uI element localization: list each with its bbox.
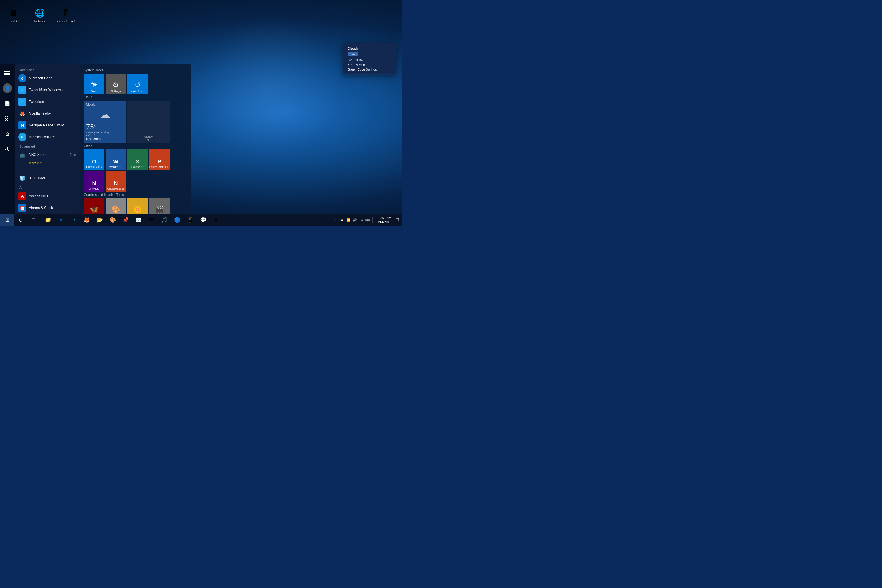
nbc-stars: ★★★☆☆ <box>18 161 42 164</box>
tweetium-icon: 🐦 <box>18 98 27 106</box>
tile-irfanview[interactable]: 🦋 IrfanView 64 4.42 <box>84 198 104 214</box>
app-tweetium[interactable]: 🐦 Tweetium <box>15 96 80 108</box>
taskbar-explorer2-icon: 📂 <box>96 217 103 223</box>
onenote2016-icon: N <box>114 180 118 187</box>
tray-show-hidden[interactable]: ^ <box>333 214 338 226</box>
tray-display[interactable]: 🖥 <box>358 214 364 226</box>
start-menu: 👤 📄 🖼 ⚙ ⏻ Most used e Microsoft Edge 🐦 T… <box>0 64 191 214</box>
tray-network[interactable]: 📶 <box>345 214 351 226</box>
taskbar-ie-icon: e <box>73 217 75 222</box>
tray-divider <box>372 217 373 223</box>
app-amazon[interactable]: 📦 Amazon <box>15 214 80 214</box>
office-label: Office <box>84 144 187 148</box>
3d-builder-icon: 🧊 <box>18 174 27 182</box>
settings-tile-icon: ⚙ <box>112 81 119 89</box>
taskbar-file-explorer[interactable]: 📁 <box>42 214 54 226</box>
tray-notification[interactable]: ☐ <box>394 214 400 226</box>
app-nbc[interactable]: 📺 NBC Sports Free ★★★☆☆ <box>15 149 80 166</box>
taskbar-task-view[interactable]: ❐ <box>27 214 40 226</box>
settings-left-icon[interactable]: ⚙ <box>1 128 14 141</box>
taskbar-divider1 <box>40 217 41 223</box>
tile-paintnet[interactable]: 🎨 paint.net <box>105 198 126 214</box>
app-alarms[interactable]: ⏰ Alarms & Clock <box>15 202 80 214</box>
taskbar-edge[interactable]: e <box>54 214 68 226</box>
tray-settings[interactable]: ⚙ <box>339 214 345 226</box>
taskbar-paint-icon: 🎨 <box>110 217 116 223</box>
system-clock[interactable]: 9:57 AM 9/14/2016 <box>375 216 394 224</box>
most-used-label: Most used <box>15 66 80 72</box>
app-nextgen[interactable]: N Nextgen Reader UWP <box>15 119 80 131</box>
taskbar-pin1[interactable]: 📌 <box>119 214 132 226</box>
photo-gallery-icon: 🌼 <box>133 206 142 214</box>
tooltip-link-row: Link <box>348 52 391 57</box>
firefox-icon: 🦊 <box>18 110 27 118</box>
hamburger-button[interactable] <box>0 67 14 80</box>
tile-powerpoint[interactable]: P PowerPoint 2016 <box>149 149 170 170</box>
start-windows-icon: ⊞ <box>5 217 9 223</box>
ie-icon: e <box>18 133 27 141</box>
excel-label: Excel 2016 <box>131 165 144 169</box>
tile-onenote[interactable]: N OneNote <box>84 171 104 192</box>
tile-store[interactable]: 🛍 Store <box>84 74 104 94</box>
tile-word[interactable]: W Word 2016 <box>105 149 126 170</box>
app-3dbuilder[interactable]: 🧊 3D Builder <box>15 172 80 184</box>
tooltip-location: Green Cove Springs <box>348 68 391 71</box>
update-label: Update & sec... <box>129 90 147 93</box>
taskbar-explorer2[interactable]: 📂 <box>93 214 106 226</box>
tile-onedrive[interactable]: Cloudy ☁ 75° Green Cove Springs 86° 71° … <box>84 100 126 143</box>
taskbar-phone[interactable]: 📱 <box>184 214 196 226</box>
tray-volume[interactable]: 🔊 <box>352 214 358 226</box>
taskbar-mail[interactable]: 📧 <box>132 214 145 226</box>
desktop-icon-network[interactable]: 🌐 Network <box>29 6 50 24</box>
tile-excel[interactable]: X Excel 2016 <box>127 149 148 170</box>
desktop-icons: 🖥 This PC 🌐 Network 🎛 Control Panel <box>3 6 76 24</box>
access-icon: A <box>18 192 27 200</box>
taskbar-music[interactable]: 🎵 <box>158 214 171 226</box>
taskbar-maps-icon: 🗺 <box>149 217 154 223</box>
tile-onenote2016[interactable]: N OneNote 2016 <box>105 171 126 192</box>
taskbar-maps[interactable]: 🗺 <box>145 214 158 226</box>
tray-keyboard[interactable]: ⌨ <box>365 214 371 226</box>
documents-icon[interactable]: 📄 <box>1 97 14 110</box>
search-icon: ⊙ <box>19 217 22 223</box>
start-button[interactable]: ⊞ <box>0 214 14 226</box>
desktop-icon-this-pc[interactable]: 🖥 This PC <box>3 6 24 24</box>
task-view-icon: ❐ <box>32 218 36 222</box>
weather-tooltip: Cloudy Link 86° 90% 71° 4 Mph Green Cove… <box>343 43 396 75</box>
taskbar-firefox[interactable]: 🦊 <box>80 214 93 226</box>
taskbar-skype[interactable]: 💬 <box>196 214 210 226</box>
app-firefox[interactable]: 🦊 Mozilla Firefox <box>15 108 80 119</box>
tile-update[interactable]: ↺ Update & sec... <box>127 74 148 94</box>
photos-icon[interactable]: 🖼 <box>1 112 14 125</box>
power-icon[interactable]: ⏻ <box>1 143 14 156</box>
tile-movie-maker[interactable]: 🎬 Movie Maker <box>149 198 170 214</box>
paintnet-icon: 🎨 <box>111 206 120 214</box>
app-edge[interactable]: e Microsoft Edge <box>15 72 80 84</box>
nbc-icon: 📺 <box>18 150 27 159</box>
user-avatar[interactable]: 👤 <box>1 82 14 94</box>
system-tools-row: 🛍 Store ⚙ Settings ↺ Update & sec... <box>84 74 187 94</box>
app-ie[interactable]: e Internet Explorer <box>15 131 80 143</box>
tile-photo-gallery[interactable]: 🌼 Photo Gallery <box>127 198 148 214</box>
clock-time: 9:57 AM <box>380 216 392 220</box>
tooltip-low: 71° <box>348 63 352 66</box>
link-button[interactable]: Link <box>348 52 357 57</box>
tile-settings[interactable]: ⚙ Settings <box>105 74 126 94</box>
network-label: Network <box>34 20 45 23</box>
taskbar-ie[interactable]: e <box>68 214 80 226</box>
cloud-row: Cloudy ☁ 75° Green Cove Springs 86° 71° … <box>84 100 187 143</box>
free-badge: Free <box>70 153 76 156</box>
tile-outlook[interactable]: O Outlook 2016 <box>84 149 104 170</box>
control-panel-icon: 🎛 <box>60 7 72 19</box>
excel-icon: X <box>136 159 140 165</box>
store-label: Store <box>91 90 98 93</box>
app-access[interactable]: A Access 2016 <box>15 190 80 202</box>
taskbar-mail-icon: 📧 <box>135 217 142 223</box>
taskbar-circle-app[interactable]: 🔵 <box>171 214 184 226</box>
taskbar-paint[interactable]: 🎨 <box>106 214 119 226</box>
desktop-icon-control-panel[interactable]: 🎛 Control Panel <box>56 6 76 24</box>
store-icon: 🛍 <box>90 81 98 89</box>
app-tweetit[interactable]: 🐦 Tweet It! for Windows <box>15 84 80 96</box>
taskbar-search-button[interactable]: ⊙ <box>14 214 27 226</box>
taskbar-sword[interactable]: 🗡 <box>210 214 222 226</box>
